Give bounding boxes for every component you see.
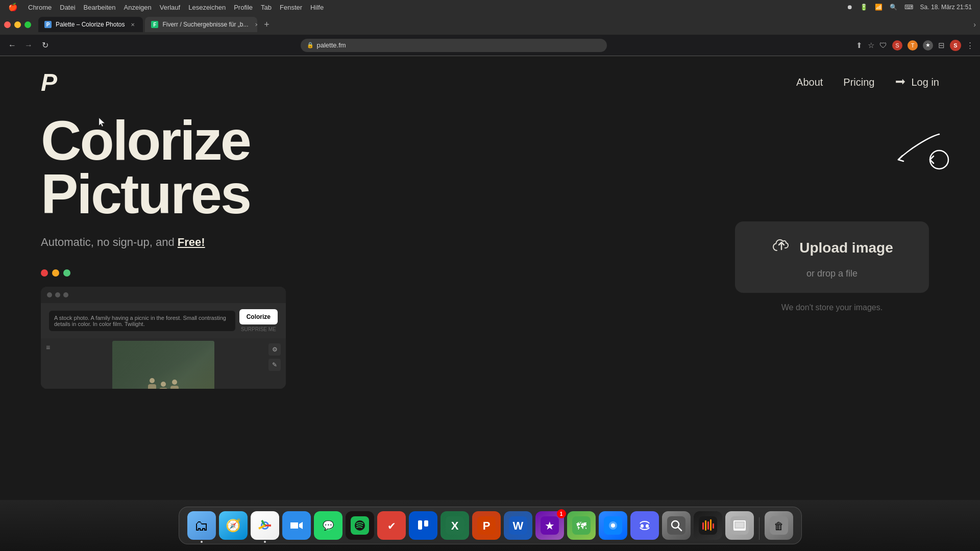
svg-text:✔: ✔: [387, 520, 396, 532]
preview-surprise-btn[interactable]: SURPRISE ME: [241, 327, 276, 332]
dock-icon-word[interactable]: W: [504, 511, 532, 540]
dock-icon-safari[interactable]: 🧭: [219, 511, 248, 540]
svg-rect-43: [736, 522, 744, 528]
forward-button[interactable]: →: [22, 41, 35, 50]
dock-icon-whatsapp[interactable]: 💬: [314, 511, 342, 540]
menu-fenster[interactable]: Fenster: [280, 4, 302, 11]
tab-close-palette[interactable]: ✕: [129, 20, 137, 29]
dock-icon-preview[interactable]: [725, 511, 754, 540]
menu-bearbeiten[interactable]: Bearbeiten: [84, 4, 116, 11]
svg-point-0: [930, 151, 948, 169]
nav-pricing[interactable]: Pricing: [843, 77, 874, 88]
dock-icon-discord[interactable]: [630, 511, 659, 540]
tab-more-button[interactable]: ›: [973, 20, 976, 29]
svg-text:X: X: [451, 519, 458, 532]
minimize-button[interactable]: [14, 21, 21, 28]
svg-rect-37: [707, 521, 709, 530]
profile-avatar[interactable]: S: [950, 40, 961, 51]
app-preview-bar: [41, 287, 286, 303]
hero-title-line2: Pictures: [41, 162, 250, 225]
hero-right: Upload image or drop a file We don't sto…: [725, 114, 939, 389]
apple-menu-icon[interactable]: 🍎: [8, 3, 18, 12]
menu-tab[interactable]: Tab: [261, 4, 272, 11]
preview-person-2: [159, 388, 167, 389]
dock-icon-trash[interactable]: 🗑: [765, 511, 793, 540]
dock-icon-trello[interactable]: [409, 511, 437, 540]
url-field[interactable]: 🔒 palette.fm: [301, 39, 607, 52]
search-icon[interactable]: 🔍: [890, 4, 897, 11]
record-icon: ⏺: [847, 4, 853, 11]
dock-icon-spotify[interactable]: [346, 511, 374, 540]
color-dot-yellow: [52, 269, 59, 277]
svg-text:🗑: 🗑: [774, 520, 784, 532]
dock-icon-maps[interactable]: 🗺: [567, 511, 596, 540]
extension-icon-2[interactable]: T: [908, 40, 918, 51]
refresh-button[interactable]: ↻: [39, 40, 51, 50]
dock-icon-powerpoint[interactable]: P: [472, 511, 501, 540]
tab-fiverr[interactable]: F Fiverr / Suchergebnisse für „b... ✕: [145, 17, 257, 32]
dock-icon-zoom[interactable]: [282, 511, 311, 540]
menu-hilfe[interactable]: Hilfe: [310, 4, 324, 11]
new-tab-button[interactable]: +: [259, 17, 274, 32]
browser-chrome: P Palette – Colorize Photos ✕ F Fiverr /…: [0, 14, 980, 56]
svg-text:P: P: [482, 519, 490, 532]
preview-tool-2[interactable]: ✎: [268, 359, 281, 371]
nav-about[interactable]: About: [796, 77, 823, 88]
more-options-icon[interactable]: ⋮: [966, 41, 974, 50]
menu-verlauf[interactable]: Verlauf: [160, 4, 180, 11]
sidebar-icon[interactable]: ⊟: [938, 41, 945, 50]
hero-free-text: Free!: [178, 236, 205, 248]
titlebar-menu: Chrome Datei Bearbeiten Anzeigen Verlauf…: [28, 4, 324, 11]
upload-label: Upload image: [799, 240, 893, 256]
svg-point-27: [611, 523, 615, 528]
menu-anzeigen[interactable]: Anzeigen: [124, 4, 152, 11]
svg-rect-14: [424, 520, 428, 527]
menu-datei[interactable]: Datei: [60, 4, 75, 11]
preview-person-3: [170, 386, 179, 389]
preview-dot-3: [63, 292, 68, 297]
upload-box[interactable]: Upload image or drop a file: [735, 221, 929, 293]
color-dots: [41, 269, 725, 277]
dock-icon-reeder[interactable]: ★ 1: [535, 511, 564, 540]
hero-section: Colorize Pictures Automatic, no sign-up,…: [0, 114, 980, 389]
menu-chrome[interactable]: Chrome: [28, 4, 52, 11]
svg-rect-35: [702, 522, 704, 530]
privacy-text: We don't store your images.: [781, 303, 883, 312]
menu-profile[interactable]: Profile: [234, 4, 253, 11]
dock-icon-chrome[interactable]: [251, 511, 279, 540]
dock-icon-finder[interactable]: 🗂: [187, 511, 216, 540]
tab-close-fiverr[interactable]: ✕: [253, 20, 258, 29]
menu-lesezeichen[interactable]: Lesezeichen: [188, 4, 226, 11]
page-content: P About Pricing ⮕ Log in Colorize Pictur…: [0, 56, 980, 470]
tab-favicon-palette: P: [44, 21, 52, 28]
dock-badge-reeder: 1: [557, 509, 566, 518]
color-dot-green: [63, 269, 70, 277]
dock-icon-excel[interactable]: X: [440, 511, 469, 540]
arrow-svg: [893, 129, 954, 170]
preview-tool-1[interactable]: ⚙: [268, 343, 281, 356]
nav-login[interactable]: ⮕ Log in: [895, 76, 940, 89]
site-logo[interactable]: P: [41, 68, 56, 96]
extension-icon-3[interactable]: ★: [923, 40, 933, 51]
site-nav: P About Pricing ⮕ Log in: [0, 56, 980, 109]
back-button[interactable]: ←: [6, 41, 18, 50]
tab-palette[interactable]: P Palette – Colorize Photos ✕: [38, 17, 143, 32]
battery-icon: 🔋: [860, 4, 868, 11]
hero-subtitle: Automatic, no sign-up, and Free!: [41, 236, 725, 249]
color-dot-red: [41, 269, 48, 277]
svg-text:W: W: [512, 519, 523, 532]
shield-icon[interactable]: 🛡: [879, 41, 887, 49]
preview-colorize-btn[interactable]: Colorize: [239, 309, 278, 324]
close-button[interactable]: [4, 21, 11, 28]
tab-favicon-fiverr: F: [151, 21, 158, 28]
bookmark-icon[interactable]: ☆: [868, 41, 874, 50]
share-icon[interactable]: ⬆: [856, 41, 863, 50]
dock-icon-searchlight[interactable]: [662, 511, 691, 540]
dock-icon-audio[interactable]: [694, 511, 722, 540]
dock-icon-vibe[interactable]: [599, 511, 627, 540]
keyboard-icon: ⌨: [904, 4, 913, 11]
dock-icon-todoist[interactable]: ✔: [377, 511, 406, 540]
preview-person-1: [148, 384, 156, 389]
extension-icon-1[interactable]: S: [892, 40, 902, 51]
fullscreen-button[interactable]: [24, 21, 31, 28]
